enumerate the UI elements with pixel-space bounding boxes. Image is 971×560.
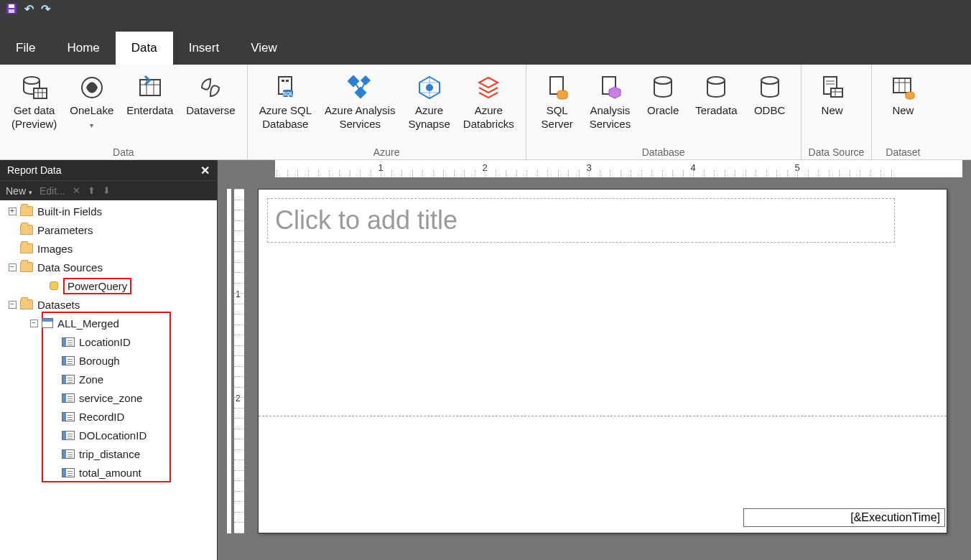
- svg-point-28: [707, 77, 725, 84]
- new-menu[interactable]: New ▾: [6, 185, 32, 197]
- tree-parameters[interactable]: Parameters: [0, 220, 217, 239]
- teradata-button[interactable]: Teradata: [691, 68, 741, 121]
- tab-file[interactable]: File: [0, 32, 51, 65]
- enterdata-button[interactable]: Enterdata: [122, 68, 177, 121]
- tree-dataset-allmerged[interactable]: −ALL_Merged: [0, 314, 217, 332]
- tab-data[interactable]: Data: [116, 32, 173, 65]
- dataverse-button[interactable]: Dataverse: [182, 68, 239, 121]
- svg-point-3: [24, 77, 40, 84]
- tree-field[interactable]: Zone: [0, 370, 217, 388]
- ribbon: Get data(Preview) OneLake▾ Enterdata Dat…: [0, 65, 971, 160]
- title-placeholder: Click to add title: [275, 205, 457, 235]
- tree-field[interactable]: Borough: [0, 351, 217, 370]
- tab-home[interactable]: Home: [51, 32, 115, 65]
- svg-point-29: [761, 77, 779, 84]
- folder-open-icon: [20, 299, 33, 309]
- vertical-ruler-gutter: [226, 189, 232, 533]
- folder-icon: [20, 206, 33, 216]
- menu-strip: File Home Data Insert View: [0, 17, 971, 65]
- svg-point-23: [426, 84, 433, 91]
- tree-datasources[interactable]: −Data Sources: [0, 258, 217, 276]
- tree-datasets[interactable]: −Datasets: [0, 295, 217, 314]
- folder-open-icon: [20, 262, 33, 272]
- field-icon: [62, 337, 75, 347]
- db-cylinder-icon: [705, 71, 728, 104]
- edit-menu: Edit...: [40, 185, 65, 197]
- synapse-icon: [416, 71, 443, 104]
- azure-databricks-button[interactable]: AzureDatabricks: [459, 68, 519, 134]
- report-page[interactable]: Click to add title [&ExecutionTime]: [258, 189, 947, 533]
- tree-builtin[interactable]: +Built-in Fields: [0, 202, 217, 220]
- execution-time-expr: [&ExecutionTime]: [850, 511, 940, 524]
- dataverse-icon: [198, 71, 223, 104]
- execution-time-textbox[interactable]: [&ExecutionTime]: [743, 508, 945, 527]
- tree-field[interactable]: service_zone: [0, 388, 217, 407]
- field-icon: [62, 449, 75, 459]
- ribbon-group-dataset: New Dataset: [872, 65, 934, 159]
- new-dataset-button[interactable]: New: [879, 68, 926, 121]
- tree-datasource-powerquery[interactable]: PowerQuery: [0, 276, 217, 295]
- tree-field[interactable]: LocationID: [0, 332, 217, 351]
- redo-icon[interactable]: ↷: [41, 2, 50, 16]
- vertical-ruler: 1 2: [233, 189, 245, 533]
- panel-tools: New ▾ Edit... ✕ ⬆ ⬇: [0, 180, 217, 200]
- get-data-button[interactable]: Get data(Preview): [7, 68, 61, 134]
- onelake-button[interactable]: OneLake▾: [65, 68, 118, 134]
- field-icon: [62, 375, 75, 384]
- horizontal-ruler: 1 2 3 4 5: [275, 160, 962, 177]
- svg-rect-18: [348, 75, 360, 88]
- svg-rect-33: [831, 88, 842, 97]
- svg-rect-36: [893, 78, 911, 93]
- ribbon-group-label: Dataset: [879, 146, 926, 158]
- tree-field[interactable]: DOLocationID: [0, 426, 217, 444]
- database-grid-icon: [21, 71, 48, 104]
- ribbon-group-label: Database: [534, 146, 794, 158]
- close-icon[interactable]: ✕: [200, 164, 210, 177]
- title-placeholder-box[interactable]: Click to add title: [267, 198, 895, 243]
- save-icon[interactable]: [6, 3, 17, 14]
- svg-rect-15: [286, 80, 289, 82]
- svg-rect-14: [282, 80, 284, 82]
- tree-field[interactable]: RecordID: [0, 407, 217, 426]
- tab-insert[interactable]: Insert: [173, 32, 236, 65]
- ribbon-group-datasource: New Data Source: [802, 65, 873, 159]
- undo-icon[interactable]: ↶: [24, 2, 34, 16]
- new-datasource-button[interactable]: New: [809, 68, 856, 121]
- svg-rect-4: [34, 88, 47, 98]
- panel-header: Report Data ✕: [0, 160, 217, 180]
- enterdata-icon: [136, 71, 164, 104]
- sql-server-button[interactable]: SQLServer: [534, 68, 581, 134]
- field-icon: [62, 412, 75, 421]
- db-cylinder-icon: [758, 71, 781, 104]
- svg-rect-9: [140, 80, 160, 95]
- tree: +Built-in Fields Parameters Images −Data…: [0, 200, 217, 560]
- odbc-button[interactable]: ODBC: [746, 68, 794, 121]
- tree-field[interactable]: total_amount: [0, 463, 217, 482]
- db-cylinder-icon: [651, 71, 674, 104]
- design-canvas[interactable]: 1 2 3 4 5 1 2 Click to add title [&Execu…: [218, 160, 971, 560]
- report-data-panel: Report Data ✕ New ▾ Edit... ✕ ⬆ ⬇ +Built…: [0, 160, 218, 560]
- panel-title: Report Data: [7, 164, 61, 176]
- azure-analysis-button[interactable]: Azure AnalysisServices: [320, 68, 399, 134]
- oracle-button[interactable]: Oracle: [639, 68, 687, 121]
- tree-images[interactable]: Images: [0, 239, 217, 258]
- tab-view[interactable]: View: [235, 32, 293, 65]
- move-up-icon: ⬆: [88, 185, 96, 196]
- analysis-cube-icon: [597, 71, 623, 104]
- datasource-new-icon: [819, 71, 845, 104]
- page-section-separator: [259, 416, 947, 416]
- azure-synapse-button[interactable]: AzureSynapse: [404, 68, 454, 134]
- delete-icon: ✕: [73, 185, 80, 196]
- azure-sql-button[interactable]: SQL Azure SQLDatabase: [255, 68, 316, 134]
- svg-rect-19: [361, 75, 371, 85]
- folder-icon: [20, 225, 33, 235]
- tree-field[interactable]: trip_distance: [0, 444, 217, 463]
- move-down-icon: ⬇: [103, 185, 111, 196]
- table-icon: [42, 318, 53, 328]
- field-icon: [62, 468, 75, 477]
- field-icon: [62, 393, 75, 403]
- azure-sql-icon: SQL: [271, 71, 299, 104]
- svg-rect-20: [355, 87, 367, 99]
- folder-icon: [20, 243, 33, 253]
- analysis-services-button[interactable]: AnalysisServices: [585, 68, 636, 134]
